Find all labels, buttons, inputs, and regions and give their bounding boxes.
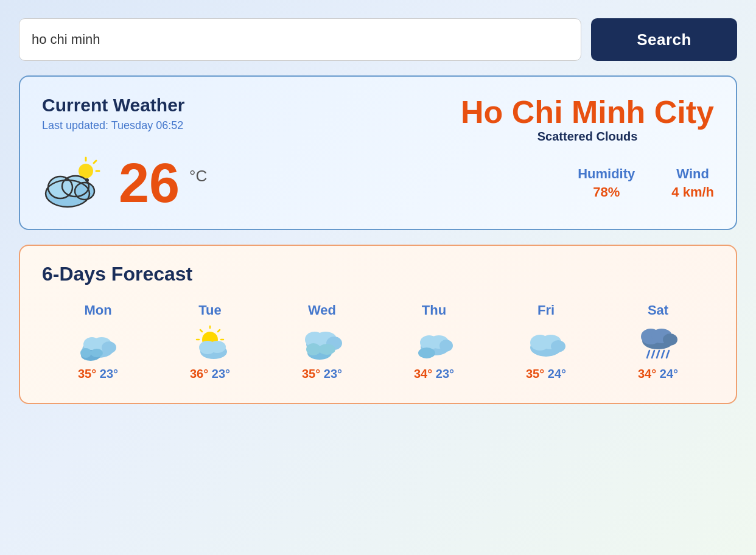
temp-high-mon: 35° [78,367,96,380]
forecast-card: 6-Days Forecast Mon [19,245,737,404]
day-icon-fri [525,324,567,361]
forecast-title: 6-Days Forecast [42,263,714,285]
wind-label: Wind [671,166,714,182]
app-container: ho chi minh Search Current Weather Last … [19,18,737,404]
temp-block: 26 °C [42,156,565,211]
day-temps-thu: 34° 23° [414,367,454,381]
temp-high-sat: 34° [638,367,656,380]
temp-high-thu: 34° [414,367,432,380]
day-name-thu: Thu [422,302,446,318]
weather-card-header: Current Weather Last updated: Tuesday 06… [42,95,714,144]
svg-line-51 [657,351,659,358]
stats-block: Humidity 78% Wind 4 km/h [578,166,714,200]
day-temps-sat: 34° 24° [638,367,678,381]
svg-point-19 [91,349,103,357]
svg-line-49 [647,351,649,358]
search-input[interactable]: ho chi minh [19,18,581,61]
svg-line-22 [218,330,220,332]
svg-point-44 [551,340,565,352]
svg-point-28 [209,341,226,353]
weather-condition: Scattered Clouds [461,130,714,144]
day-temps-wed: 35° 23° [302,367,342,381]
svg-line-50 [652,351,654,358]
svg-line-53 [667,351,669,358]
day-temps-tue: 36° 23° [190,367,230,381]
temp-low-thu: 23° [436,367,454,380]
temp-low-sat: 24° [660,367,678,380]
weather-title-block: Current Weather Last updated: Tuesday 06… [42,95,185,132]
svg-point-35 [318,344,335,355]
day-name-mon: Mon [84,302,111,318]
day-name-wed: Wed [308,302,336,318]
svg-line-2 [94,161,96,163]
forecast-days: Mon 35° 23° [42,302,714,381]
forecast-day-sat: Sat [602,302,714,381]
temp-high-wed: 35° [302,367,320,380]
day-icon-thu [413,324,455,361]
temperature-value: 26 [119,156,180,211]
svg-line-52 [662,351,664,358]
forecast-day-thu: Thu 34° 23° [378,302,490,381]
temp-low-mon: 23° [100,367,118,380]
current-weather-card: Current Weather Last updated: Tuesday 06… [19,75,737,230]
temp-low-fri: 24° [548,367,566,380]
search-button[interactable]: Search [591,18,737,61]
day-name-tue: Tue [198,302,221,318]
day-temps-fri: 35° 24° [526,367,566,381]
day-icon-tue [189,324,231,361]
humidity-value: 78% [578,184,635,200]
last-updated: Last updated: Tuesday 06:52 [42,119,185,132]
city-name: Ho Chi Minh City [461,95,714,130]
forecast-day-wed: Wed 35° 23° [266,302,378,381]
day-icon-sat [637,324,679,361]
city-block: Ho Chi Minh City Scattered Clouds [461,95,714,144]
humidity-stat: Humidity 78% [578,166,635,200]
svg-point-40 [418,347,435,358]
current-weather-title: Current Weather [42,95,185,116]
wind-value: 4 km/h [671,184,714,200]
svg-point-18 [80,348,91,358]
temp-unit: °C [189,167,207,186]
temp-low-wed: 23° [324,367,342,380]
svg-point-12 [85,178,89,182]
day-icon-mon [77,324,119,361]
search-bar: ho chi minh Search [19,18,737,61]
current-weather-icon [42,156,109,211]
temp-high-tue: 36° [190,367,208,380]
svg-point-39 [439,340,453,352]
svg-line-24 [200,330,202,332]
svg-point-16 [102,341,116,354]
humidity-label: Humidity [578,166,635,182]
svg-point-48 [663,333,677,346]
day-name-fri: Fri [537,302,555,318]
day-name-sat: Sat [648,302,668,318]
forecast-day-fri: Fri 35° 24° [490,302,602,381]
wind-stat: Wind 4 km/h [671,166,714,200]
temp-high-fri: 35° [526,367,544,380]
forecast-day-mon: Mon 35° 23° [42,302,154,381]
temp-low-tue: 23° [212,367,230,380]
day-temps-mon: 35° 23° [78,367,118,381]
day-icon-wed [301,324,343,361]
forecast-day-tue: Tue [154,302,266,381]
weather-details: 26 °C Humidity 78% Wind 4 km/h [42,156,714,211]
